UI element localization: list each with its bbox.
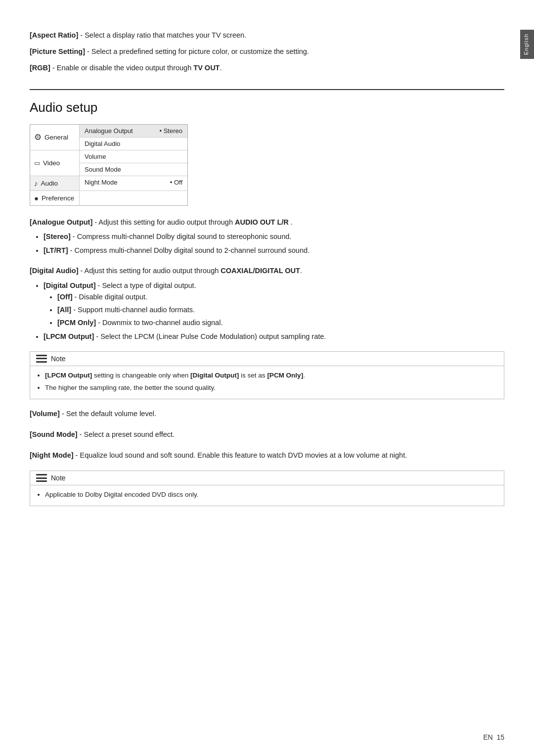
volume-row: Volume xyxy=(80,150,187,163)
volume-bold: [Volume] xyxy=(30,410,60,418)
aspect-ratio-text: - Select a display ratio that matches yo… xyxy=(78,31,246,39)
analogue-output-row: Analogue Output • Stereo xyxy=(80,125,187,138)
digital-audio-section: [Digital Audio] - Adjust this setting fo… xyxy=(30,265,504,342)
rgb-text: - Enable or disable the video output thr… xyxy=(50,64,193,72)
video-icon: ▭ xyxy=(34,159,40,167)
note-box-2: Note Applicable to Dolby Digital encoded… xyxy=(30,471,504,506)
menu-right-video: Volume Sound Mode xyxy=(80,150,187,176)
analogue-output-value: • Stereo xyxy=(160,127,182,135)
audio-out-label: AUDIO OUT L/R xyxy=(235,218,289,226)
menu-row-preference: ● Preference xyxy=(30,191,187,205)
night-mode-label: Night Mode xyxy=(85,179,117,186)
list-item: [LPCM Output] setting is changeable only… xyxy=(45,370,498,381)
digital-audio-heading-bold: [Digital Audio] xyxy=(30,267,79,275)
aspect-ratio-label: [Aspect Ratio] xyxy=(30,31,78,39)
list-item: [Stereo] - Compress multi-channel Dolby … xyxy=(44,231,504,242)
note-content-2: Applicable to Dolby Digital encoded DVD … xyxy=(30,485,504,506)
side-language-label: English xyxy=(520,30,534,59)
menu-row-video: ▭ Video Volume Sound Mode xyxy=(30,150,187,176)
night-mode-bold: [Night Mode] xyxy=(30,451,74,459)
volume-section: [Volume] - Set the default volume level. xyxy=(30,408,504,420)
sound-mode-label: Sound Mode xyxy=(85,166,121,173)
list-item: [Digital Output] - Select a type of digi… xyxy=(44,280,504,329)
analogue-output-label: Analogue Output xyxy=(85,127,133,135)
audio-label: Audio xyxy=(41,180,58,187)
digital-audio-list: [Digital Output] - Select a type of digi… xyxy=(44,280,504,342)
note-box-1: Note [LPCM Output] setting is changeable… xyxy=(30,351,504,400)
note-label-2: Note xyxy=(51,474,66,482)
note-icon-1 xyxy=(36,355,47,363)
volume-para: [Volume] - Set the default volume level. xyxy=(30,408,504,420)
menu-row-general: ⚙ General Analogue Output • Stereo Digit… xyxy=(30,125,187,150)
analogue-output-heading: [Analogue Output] - Adjust this setting … xyxy=(30,217,504,229)
list-item: The higher the sampling rate, the better… xyxy=(45,382,498,393)
preference-icon: ● xyxy=(34,194,39,202)
section-divider xyxy=(30,89,504,90)
footer-page: 15 xyxy=(496,733,504,741)
menu-left-video: ▭ Video xyxy=(30,150,80,176)
list-item: [LPCM Output] - Select the LPCM (Linear … xyxy=(44,331,504,342)
note-header-1: Note xyxy=(30,352,504,366)
coaxial-label: COAXIAL/DIGITAL OUT xyxy=(221,267,300,275)
menu-diagram: ⚙ General Analogue Output • Stereo Digit… xyxy=(30,124,188,206)
digital-output-sublist: [Off] - Disable digital output. [All] - … xyxy=(57,291,504,329)
night-mode-para: [Night Mode] - Equalize loud sound and s… xyxy=(30,450,504,462)
note-icon-2 xyxy=(36,474,47,482)
note-content-1: [LPCM Output] setting is changeable only… xyxy=(30,366,504,399)
digital-audio-heading: [Digital Audio] - Adjust this setting fo… xyxy=(30,265,504,277)
sound-mode-row: Sound Mode xyxy=(80,163,187,176)
sound-mode-bold: [Sound Mode] xyxy=(30,430,78,438)
menu-right-audio: Night Mode • Off xyxy=(80,176,187,190)
night-mode-row: Night Mode • Off xyxy=(80,176,187,189)
rgb-label: [RGB] xyxy=(30,64,50,72)
rgb-text2: . xyxy=(220,64,222,72)
general-label: General xyxy=(44,134,68,141)
list-item: Applicable to Dolby Digital encoded DVD … xyxy=(45,489,498,500)
general-icon: ⚙ xyxy=(34,132,42,142)
list-item: [Off] - Disable digital output. xyxy=(57,291,504,303)
list-item: [LT/RT] - Compress multi-channel Dolby d… xyxy=(44,245,504,256)
analogue-output-section: [Analogue Output] - Adjust this setting … xyxy=(30,217,504,256)
video-label: Video xyxy=(43,159,60,167)
intro-line-3: [RGB] - Enable or disable the video outp… xyxy=(30,62,504,74)
digital-audio-label: Digital Audio xyxy=(85,140,120,147)
analogue-output-heading-bold: [Analogue Output] xyxy=(30,218,92,226)
note-label-1: Note xyxy=(51,355,66,363)
night-mode-section: [Night Mode] - Equalize loud sound and s… xyxy=(30,450,504,462)
sound-mode-para: [Sound Mode] - Select a preset sound eff… xyxy=(30,429,504,441)
digital-audio-row: Digital Audio xyxy=(80,138,187,150)
picture-setting-label: [Picture Setting] xyxy=(30,47,85,55)
picture-setting-text: - Select a predefined setting for pictur… xyxy=(85,47,309,55)
menu-row-audio: ♪ Audio Night Mode • Off xyxy=(30,176,187,191)
menu-right-preference xyxy=(80,191,187,205)
menu-left-audio: ♪ Audio xyxy=(30,176,80,190)
sound-mode-section: [Sound Mode] - Select a preset sound eff… xyxy=(30,429,504,441)
menu-right-general: Analogue Output • Stereo Digital Audio xyxy=(80,125,187,150)
page-footer: EN 15 xyxy=(483,733,504,741)
audio-setup-heading: Audio setup xyxy=(30,100,504,115)
menu-left-general: ⚙ General xyxy=(30,125,80,150)
intro-section: [Aspect Ratio] - Select a display ratio … xyxy=(30,30,504,74)
note-header-2: Note xyxy=(30,471,504,485)
night-mode-value: • Off xyxy=(170,179,182,186)
volume-label: Volume xyxy=(85,153,106,160)
list-item: [All] - Support multi-channel audio form… xyxy=(57,304,504,316)
menu-left-preference: ● Preference xyxy=(30,191,80,205)
footer-lang: EN xyxy=(483,733,492,741)
list-item: [PCM Only] - Downmix to two-channel audi… xyxy=(57,317,504,329)
analogue-output-list: [Stereo] - Compress multi-channel Dolby … xyxy=(44,231,504,256)
preference-label: Preference xyxy=(42,194,74,202)
audio-icon: ♪ xyxy=(34,179,38,188)
tv-out-label: TV OUT xyxy=(193,64,220,72)
intro-line-2: [Picture Setting] - Select a predefined … xyxy=(30,46,504,57)
intro-line-1: [Aspect Ratio] - Select a display ratio … xyxy=(30,30,504,41)
